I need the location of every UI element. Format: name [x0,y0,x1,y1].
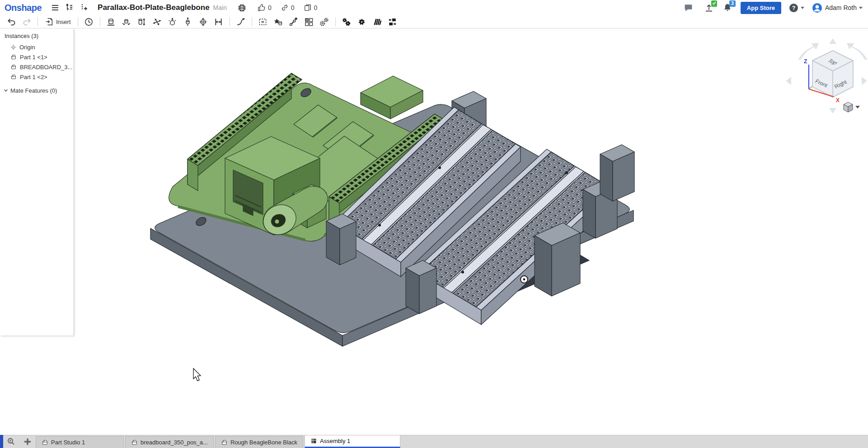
exploded-view-icon[interactable] [387,16,399,28]
origin-icon [10,44,16,50]
tree-item-label: Part 1 <1> [20,54,47,61]
svg-text:?: ? [792,5,796,11]
hamburger-menu-icon[interactable] [50,3,60,13]
mate-cylindrical-icon[interactable] [182,16,194,28]
mate-planar-icon[interactable] [151,16,163,28]
public-indicator [238,4,249,12]
part-studio-icon [42,439,48,446]
mate-ball-icon[interactable] [167,16,178,28]
part-icon [10,54,17,60]
mate-fastened-icon[interactable] [105,16,117,28]
user-caret-icon [859,7,863,9]
gear-relation-icon[interactable] [319,16,330,28]
box-select-icon[interactable] [257,16,269,28]
copies-icon [304,4,312,12]
screw-relation-icon[interactable] [371,16,383,28]
chevron-down-icon [4,88,8,93]
part-studio-icon [221,439,228,446]
comment-icon[interactable] [684,3,694,13]
mate-slider-icon[interactable] [136,16,148,28]
help-caret-icon [801,7,804,9]
pattern-icon[interactable] [303,16,315,28]
copies-stat[interactable]: 0 [304,4,318,12]
tree-item-origin[interactable]: Origin [0,42,73,52]
mate-pin-slot-icon[interactable] [197,16,209,28]
tab-rough-beaglebone[interactable]: Rough BeagleBone Black [215,436,303,448]
clock-icon[interactable] [83,16,95,28]
tab-assembly-1[interactable]: Assembly 1 [305,435,400,448]
notifications-bell[interactable]: 3 [722,2,733,13]
mate-tangent-icon[interactable] [235,16,247,28]
share-status-icon[interactable] [704,2,714,13]
assembly-toolbar: Insert [0,15,868,28]
user-menu[interactable]: Adam Roth [812,3,863,13]
undo-button[interactable] [5,16,17,28]
avatar [812,3,822,13]
tree-item-label: BREADBOARD_3... [20,64,72,71]
share-check-badge [711,0,717,7]
document-title[interactable]: Parallax-Bot-Plate-Beaglebone [98,3,210,12]
mate-parallel-icon[interactable] [213,16,225,28]
document-tab-bar: Part Studio 1 breadboard_350_pos_a... Ro… [0,435,868,448]
tree-item-part1-2[interactable]: Part 1 <2> [0,72,73,82]
instances-header: Instances (3) [0,28,73,42]
help-menu[interactable]: ? [789,3,804,13]
mate-connector-icon[interactable] [272,16,284,28]
copies-count: 0 [314,4,318,11]
gear-icon[interactable] [356,16,368,28]
new-document-icon[interactable] [79,3,89,13]
assembly-viewport[interactable]: Y Top Front Right Z X [0,28,868,435]
mate-revolute-icon[interactable] [121,16,132,28]
linkage-icon[interactable] [288,16,300,28]
tree-item-breadboard[interactable]: BREADBOARD_3... [0,62,73,72]
onshape-logo[interactable]: Onshape [5,3,42,13]
insert-label: Insert [56,19,71,25]
add-tab-icon[interactable] [21,435,34,448]
link-icon [281,4,289,12]
tab-part-studio-1[interactable]: Part Studio 1 [36,436,124,448]
likes-stat[interactable]: 0 [258,4,272,12]
insert-icon [45,17,54,26]
part-studio-icon [131,439,138,446]
version-tree-icon[interactable] [65,3,75,13]
notification-count-badge: 3 [729,0,736,7]
tab-breadboard[interactable]: breadboard_350_pos_a... [125,436,214,448]
part-icon [10,74,17,80]
mouse-cursor [193,368,201,381]
redo-button[interactable] [21,16,33,28]
axis-z-label: Z [804,58,807,65]
assembly-origin-marker [521,276,528,283]
assembly-icon [310,438,317,444]
user-name: Adam Roth [825,4,857,11]
mate-features-header[interactable]: Mate Features (0) [0,85,73,95]
tree-item-label: Part 1 <2> [20,74,47,80]
feedback-strip[interactable] [0,435,3,448]
insert-button[interactable]: Insert [43,16,73,28]
display-mode-caret-icon [855,106,860,108]
view-cube[interactable]: Y Top Front Right Z X [786,38,868,113]
tree-item-label: Origin [19,44,35,51]
tab-label: Assembly 1 [320,438,350,444]
instances-panel: Instances (3) Origin Part 1 <1> BREADBOA… [0,28,74,335]
workspace-name[interactable]: Main [213,4,227,11]
manage-tabs-icon[interactable] [5,435,18,448]
tab-label: Part Studio 1 [51,439,85,446]
globe-icon [238,4,246,12]
links-count: 0 [291,4,295,11]
app-store-button[interactable]: App Store [741,2,781,14]
display-mode-dropdown[interactable] [844,102,860,112]
axis-x-label: X [836,97,840,104]
tab-label: Rough BeagleBone Black [230,439,297,446]
likes-count: 0 [268,4,272,11]
thumbs-up-icon [258,4,266,12]
links-stat[interactable]: 0 [281,4,295,12]
tree-item-part1-1[interactable]: Part 1 <1> [0,52,73,62]
replicate-icon[interactable] [341,16,352,28]
part-icon [10,64,17,70]
app-header: Onshape Parallax-Bot-Plate-Beaglebone Ma… [0,0,868,15]
tab-label: breadboard_350_pos_a... [141,439,208,446]
